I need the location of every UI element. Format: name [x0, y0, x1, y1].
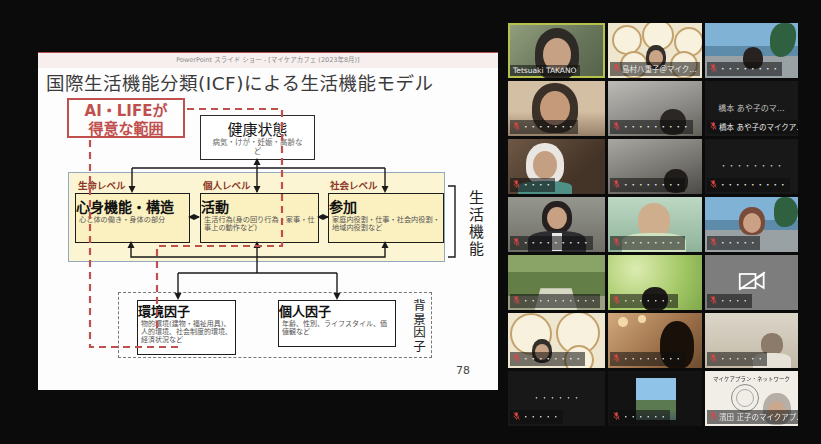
participant-tile[interactable]: ・・・・・・・・ [608, 313, 702, 368]
participant-tile[interactable]: ・・・・・・・・ [608, 139, 702, 194]
participant-name: ・・・・・・・・・ [622, 123, 690, 132]
personal-factor-title: 個人因子 [279, 301, 395, 320]
participant-tile[interactable]: ・・・・・・・・・ [508, 197, 605, 252]
participant-tile[interactable]: ・・・・・・・・ [705, 23, 798, 78]
personal-factor-box: 個人因子 年齢、性別、ライフスタイル、価値観など [278, 300, 396, 347]
environment-factor-title: 環境因子 [138, 301, 235, 320]
participant-tile[interactable]: ・・・・・・・・・ [608, 81, 702, 136]
activity-box: 活動 生活行為(身の回り行為・家事・仕事上の動作など) [200, 193, 319, 243]
level-label-individual: 個人レベル [203, 178, 251, 192]
participant-name: ・・・・・・・・・ [719, 181, 787, 190]
participant-tile[interactable]: ・・・・ [705, 255, 798, 310]
participation-title: 参加 [329, 196, 443, 216]
participant-name: ・・・・・・・・ [622, 355, 682, 364]
powerpoint-titlebar: PowerPoint スライド ショー - [マイケアカフェ (2023年8月)… [38, 52, 498, 68]
activity-subtitle: 生活行為(身の回り行為・家事・仕事上の動作など) [201, 216, 318, 232]
participation-box: 参加 家庭内役割・仕事・社会内役割・地域内役割など [328, 193, 444, 243]
activity-title: 活動 [201, 196, 318, 216]
health-state-title: 健康状態 [201, 118, 314, 139]
mic-muted-icon [613, 179, 620, 191]
participant-tile[interactable]: マイケアプラン・ネットワーク 濱田 正子のマイクアプ… [705, 371, 798, 426]
participant-name: ・・・・・・・・ [522, 355, 582, 364]
participant-name: ・・・・・・・ [522, 123, 575, 132]
participant-tile[interactable]: ・・・・ [508, 139, 605, 194]
mic-muted-icon [613, 121, 620, 133]
slide-page-number: 78 [456, 364, 470, 377]
participant-tile[interactable]: ・・・・・・ ・・・・・ [508, 371, 605, 426]
level-label-life: 生命レベル [78, 178, 126, 192]
participant-tile[interactable]: Tetsuaki TAKANO [508, 23, 605, 78]
participant-tile[interactable]: ・・・・・・ [705, 313, 798, 368]
participant-name: ・・・・・・・・・ [522, 239, 590, 248]
mic-muted-icon [513, 295, 520, 307]
body-function-box: 心身機能・構造 心と体の働き・身体の部分 [75, 193, 190, 243]
mic-muted-icon [513, 353, 520, 365]
mic-muted-icon [613, 237, 620, 249]
background-factors-label: 背景因子 [409, 296, 428, 356]
tile-center-text: ・・・・・・ [508, 392, 605, 403]
environment-factor-subtitle: 物的環境(建物・福祉用具)、人的環境、社会制度的環境、経済状況など [138, 320, 235, 344]
mic-muted-icon [513, 411, 520, 423]
participation-subtitle: 家庭内役割・仕事・社会内役割・地域内役割など [329, 216, 443, 232]
body-function-subtitle: 心と体の働き・身体の部分 [76, 216, 189, 224]
participant-name: ・・・・ [719, 297, 749, 306]
environment-factor-box: 環境因子 物的環境(建物・福祉用具)、人的環境、社会制度的環境、経済状況など [137, 300, 236, 355]
participant-name: ・・・・・・ [622, 413, 667, 422]
mic-muted-icon [710, 411, 717, 423]
participant-name: ・・・・・・・・ [622, 239, 682, 248]
body-function-title: 心身機能・構造 [76, 196, 189, 216]
participant-tile[interactable]: ・・・・・・・・ [508, 313, 605, 368]
participant-tile[interactable]: ・・・・・・・・ ・・・・・・・・・ [705, 139, 798, 194]
shared-slide: PowerPoint スライド ショー - [マイケアカフェ (2023年8月)… [38, 52, 498, 390]
mic-muted-icon [710, 121, 717, 133]
participant-tile[interactable]: ・・・・・・・・・・ [508, 255, 605, 310]
mic-muted-icon [513, 121, 520, 133]
participant-name: 島村八重子＠マイク… [622, 65, 697, 74]
participant-name: ・・・・・・・・・・ [522, 297, 597, 306]
mic-muted-icon [613, 353, 620, 365]
participant-name: ・・・・・・ [719, 355, 764, 364]
ai-scope-line2: 得意な範囲 [69, 120, 183, 138]
participant-tile[interactable]: ・・・・・・ [608, 371, 702, 426]
life-function-group-label: 生活機能 [465, 184, 486, 264]
participant-name: ・・・・・ [522, 413, 560, 422]
participant-tile[interactable]: 橋本 あや子のマ… 橋本 あや子のマイクア… [705, 81, 798, 136]
participant-name: 濱田 正子のマイクアプ… [719, 413, 798, 422]
ai-life-scope-box: AI・LIFEが 得意な範囲 [67, 98, 185, 138]
mic-muted-icon [613, 63, 620, 75]
mic-muted-icon [613, 411, 620, 423]
participant-tile[interactable]: ・・・・・ [705, 197, 798, 252]
participant-tile[interactable]: 島村八重子＠マイク… [608, 23, 702, 78]
mic-muted-icon [613, 295, 620, 307]
participant-name: ・・・・・・・・ [719, 65, 779, 74]
participant-tile[interactable]: ・・・・・・・・ [608, 197, 702, 252]
slide-title: 国際生活機能分類(ICF)による生活機能モデル [46, 69, 492, 95]
participant-name: ・・・・・・・ [622, 297, 675, 306]
participant-tile[interactable]: ・・・・・・・ [508, 81, 605, 136]
tile-center-text: 橋本 あや子のマ… [705, 102, 798, 113]
ai-scope-line1: AI・LIFEが [69, 102, 183, 120]
participant-name: 橋本 あや子のマイクア… [719, 123, 798, 132]
participant-grid: Tetsuaki TAKANO 島村八重子＠マイク… ・・・・・・・・ ・・・・… [508, 23, 798, 426]
health-state-subtitle: 病気・けが・妊娠・高齢など [201, 139, 314, 156]
personal-factor-subtitle: 年齢、性別、ライフスタイル、価値観など [279, 320, 395, 336]
participant-name: Tetsuaki TAKANO [513, 66, 577, 75]
tile-header-text: マイケアプラン・ネットワーク [705, 375, 798, 383]
mic-muted-icon [710, 179, 717, 191]
mic-muted-icon [710, 353, 717, 365]
camera-off-icon [738, 271, 766, 295]
participant-name: ・・・・ [522, 181, 552, 190]
level-label-social: 社会レベル [330, 178, 378, 192]
mic-muted-icon [710, 237, 717, 249]
health-state-box: 健康状態 病気・けが・妊娠・高齢など [200, 115, 315, 160]
mic-muted-icon [513, 237, 520, 249]
participant-name: ・・・・・・・・ [622, 181, 682, 190]
mic-muted-icon [710, 295, 717, 307]
tile-center-text: ・・・・・・・・ [705, 160, 798, 171]
mic-muted-icon [710, 63, 717, 75]
participant-tile[interactable]: ・・・・・・・ [608, 255, 702, 310]
mic-muted-icon [513, 179, 520, 191]
participant-name: ・・・・・ [719, 239, 757, 248]
